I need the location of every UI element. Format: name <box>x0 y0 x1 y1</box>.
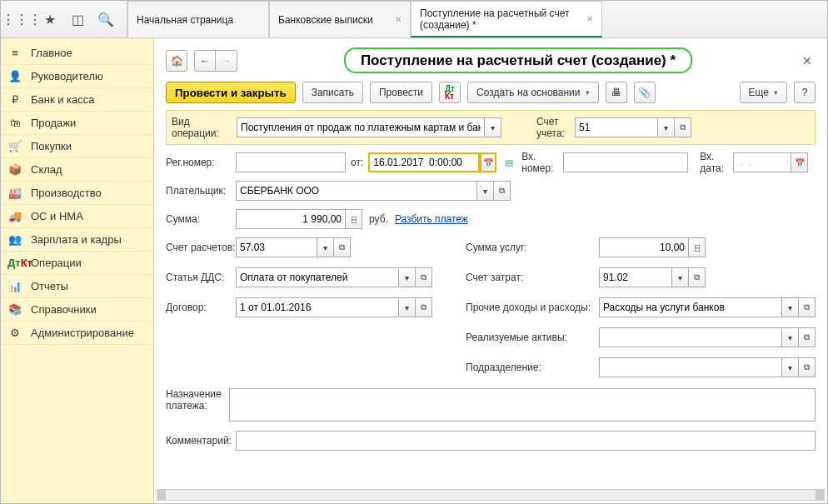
purpose-textarea[interactable] <box>229 388 816 422</box>
sidebar-item-main[interactable]: ≡Главное <box>1 42 153 65</box>
open-icon[interactable]: ⧉ <box>675 117 691 137</box>
post-and-close-button[interactable]: Провести и закрыть <box>166 82 296 103</box>
top-system-icons: ⋮⋮⋮ ★ ◫ 🔍 <box>1 1 127 37</box>
division-input[interactable] <box>599 357 782 377</box>
open-icon[interactable]: ⧉ <box>416 297 432 317</box>
panel-close-button[interactable]: ✕ <box>799 54 816 67</box>
account-label: Счет учета: <box>536 116 575 139</box>
date-input[interactable] <box>368 152 480 172</box>
inc-date-input[interactable] <box>733 152 791 172</box>
tab-bank-statements[interactable]: Банковские выписки ✕ <box>269 1 411 37</box>
close-icon[interactable]: ✕ <box>586 14 593 23</box>
account-input[interactable] <box>575 117 658 137</box>
home-button[interactable]: 🏠 <box>166 50 187 72</box>
open-icon[interactable]: ⧉ <box>334 237 351 257</box>
sidebar-item-label: Производство <box>31 187 147 199</box>
dropdown-icon[interactable]: ▾ <box>317 237 334 257</box>
dropdown-icon[interactable]: ▾ <box>672 267 689 287</box>
calendar-icon[interactable]: 📅 <box>791 152 808 172</box>
division-label: Подразделение: <box>466 362 599 373</box>
create-based-on-button[interactable]: Создать на основании <box>467 82 599 103</box>
sidebar-item-production[interactable]: 🏭Производство <box>1 182 153 205</box>
more-button[interactable]: Еще <box>740 82 787 103</box>
write-button[interactable]: Записать <box>302 82 363 103</box>
dropdown-icon[interactable]: ▾ <box>485 117 501 137</box>
search-icon[interactable]: 🔍 <box>97 10 115 28</box>
open-icon[interactable]: ⧉ <box>416 267 432 287</box>
split-payment-link[interactable]: Разбить платеж <box>395 213 468 225</box>
sidebar-item-purchases[interactable]: 🛒Покупки <box>1 135 153 158</box>
dropdown-icon[interactable]: ▾ <box>658 117 675 137</box>
menu-icon: ≡ <box>7 47 22 59</box>
dropdown-icon[interactable]: ▾ <box>782 357 799 377</box>
comment-input[interactable] <box>236 431 816 451</box>
back-button[interactable]: ← <box>194 50 216 72</box>
sidebar-item-operations[interactable]: ДтКтОперации <box>1 252 153 275</box>
dropdown-icon[interactable]: ▾ <box>399 267 416 287</box>
tab-label: Поступление на расчетный счет (создание)… <box>420 7 586 31</box>
sidebar-item-reports[interactable]: 📊Отчеты <box>1 275 153 298</box>
print-button[interactable]: 🖶 <box>606 82 627 103</box>
horizontal-scrollbar[interactable] <box>157 489 825 501</box>
assets-input[interactable] <box>599 327 782 347</box>
sidebar-item-manager[interactable]: 👤Руководителю <box>1 65 153 88</box>
op-type-input[interactable] <box>237 117 485 137</box>
scroll-left-icon[interactable] <box>157 490 166 500</box>
open-icon[interactable]: ⧉ <box>494 181 511 201</box>
calculator-icon[interactable]: ⌸ <box>346 209 362 229</box>
open-icon[interactable]: ⧉ <box>799 297 816 317</box>
sidebar-item-bank[interactable]: ₽Банк и касса <box>1 88 153 112</box>
truck-icon: 🚚 <box>7 210 22 222</box>
calendar-icon[interactable]: 📅 <box>480 152 496 172</box>
sidebar-item-assets[interactable]: 🚚ОС и НМА <box>1 205 153 228</box>
sidebar-item-admin[interactable]: ⚙Администрирование <box>1 322 153 345</box>
payer-input[interactable] <box>236 181 477 201</box>
cart-icon: 🛒 <box>7 140 22 152</box>
dropdown-icon[interactable]: ▾ <box>782 297 799 317</box>
inc-no-input[interactable] <box>563 152 688 172</box>
sum-input[interactable] <box>236 209 346 229</box>
dropdown-icon[interactable]: ▾ <box>399 297 416 317</box>
settl-acc-label: Счет расчетов: <box>166 242 236 253</box>
help-button[interactable]: ? <box>794 82 816 103</box>
from-label: от: <box>351 157 363 168</box>
clipboard-icon[interactable]: ◫ <box>68 10 87 28</box>
scroll-right-icon[interactable] <box>816 490 824 500</box>
person-icon: 👤 <box>7 70 22 82</box>
calculator-icon[interactable]: ⌸ <box>689 237 706 257</box>
sum-label: Сумма: <box>166 213 236 225</box>
open-icon[interactable]: ⧉ <box>799 357 816 377</box>
apps-icon[interactable]: ⋮⋮⋮ <box>12 10 31 28</box>
service-sum-input[interactable] <box>599 237 689 257</box>
factory-icon: 🏭 <box>7 187 22 199</box>
dtkt-icon: ДтКт <box>7 259 22 267</box>
attach-button[interactable]: 📎 <box>634 82 656 103</box>
settl-acc-input[interactable] <box>236 237 317 257</box>
cost-acc-input[interactable] <box>599 267 672 287</box>
contract-input[interactable] <box>236 297 399 317</box>
dropdown-icon[interactable]: ▾ <box>782 327 799 347</box>
tab-receipt[interactable]: Поступление на расчетный счет (создание)… <box>411 1 602 37</box>
reg-no-input[interactable] <box>236 152 346 172</box>
open-icon[interactable]: ⧉ <box>799 327 816 347</box>
people-icon: 👥 <box>7 233 22 246</box>
other-input[interactable] <box>599 297 782 317</box>
books-icon: 📚 <box>7 303 22 316</box>
ruble-icon: ₽ <box>7 93 22 106</box>
dtkt-button[interactable]: ДтКт <box>439 82 461 103</box>
sidebar-item-hr[interactable]: 👥Зарплата и кадры <box>1 228 153 252</box>
sidebar-item-warehouse[interactable]: 📦Склад <box>1 158 153 182</box>
sidebar-item-label: ОС и НМА <box>31 210 147 222</box>
forward-button[interactable]: → <box>216 50 237 72</box>
sidebar-item-sales[interactable]: 🛍Продажи <box>1 112 153 135</box>
dropdown-icon[interactable]: ▾ <box>477 181 494 201</box>
sidebar-item-label: Операции <box>31 257 147 269</box>
star-icon[interactable]: ★ <box>41 10 59 28</box>
tab-home[interactable]: Начальная страница <box>127 1 269 37</box>
post-button[interactable]: Провести <box>370 82 432 103</box>
sidebar-item-refs[interactable]: 📚Справочники <box>1 298 153 322</box>
close-icon[interactable]: ✕ <box>395 15 402 24</box>
content-panel: 🏠 ← → Поступление на расчетный счет (соз… <box>154 38 827 503</box>
open-icon[interactable]: ⧉ <box>689 267 706 287</box>
dds-input[interactable] <box>236 267 399 287</box>
